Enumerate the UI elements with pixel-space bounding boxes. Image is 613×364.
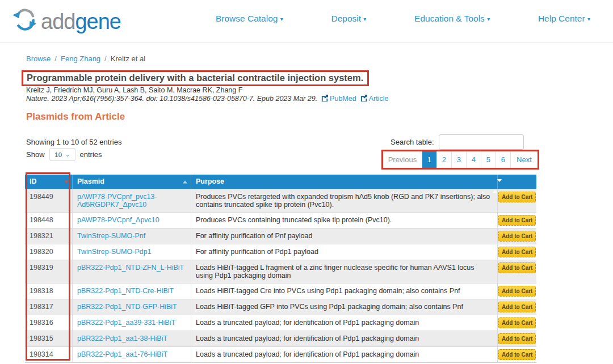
chevron-down-icon: ▾ [587,16,590,22]
article-citation: Nature. 2023 Apr;616(7956):357-364. doi:… [26,95,388,103]
cell-id: 198314 [25,347,73,362]
plasmid-link[interactable]: pBR322-Pdp1_NTD-ZFN_L-HiBiT [77,264,184,272]
showing-entries-text: Showing 1 to 10 of 52 entries [26,138,121,146]
cell-id: 198316 [25,315,73,331]
show-entries-control: Show 10⌄ entries [26,148,102,161]
external-link-icon [360,95,367,101]
table-row: 198314pBR322-Pdp1_aa1-76-HiBiTLoads a tr… [25,346,536,362]
show-label: Show [26,150,45,159]
pagination-next[interactable]: Next [511,151,538,168]
table-row: 198319pBR322-Pdp1_NTD-ZFN_L-HiBiTLoads H… [25,260,536,283]
plasmid-link[interactable]: pBR322-Pdp1_aa1-76-HiBiT [77,350,167,358]
add-to-cart-button[interactable]: Add to Cart [498,349,536,360]
sort-descending-icon [64,180,69,183]
table-row: 198316pBR322-Pdp1_aa39-331-HiBiTLoads a … [25,315,536,331]
site-header: addgene Browse Catalog ▾ Deposit ▾ Educa… [0,0,613,43]
nav-education-tools[interactable]: Education & Tools ▾ [414,14,490,24]
column-header-plasmid[interactable]: Plasmid [73,175,191,189]
plasmid-link[interactable]: TwinStrep-SUMO-Pnf [77,232,145,240]
table-row: 198315pBR322-Pdp1_aa1-38-HiBiTLoads a tr… [25,331,536,346]
nav-help-center[interactable]: Help Center ▾ [538,14,590,24]
breadcrumb-feng-zhang[interactable]: Feng Zhang [61,54,100,63]
table-body: 198449pAWP78-PVCpnf_pvc13-Ad5RGDPK7_Δpvc… [25,189,536,362]
pagination-page-2[interactable]: 2 [437,151,452,168]
cell-purpose: Loads a truncated payload; for identific… [191,347,498,362]
pagination-pages: 123456 [422,151,511,168]
addgene-logo-icon [11,7,37,36]
add-to-cart-button[interactable]: Add to Cart [498,263,536,273]
breadcrumb-browse[interactable]: Browse [26,54,51,63]
plasmids-section-heading: Plasmids from Article [26,111,125,122]
pagination-previous[interactable]: Previous [383,151,422,168]
search-table-label: Search table: [391,138,434,146]
cell-id: 198319 [25,260,73,283]
cell-id: 198317 [25,299,73,315]
pagination-page-4[interactable]: 4 [467,151,481,168]
cell-purpose: Loads HiBiT-tagged Cre into PVCs using P… [191,283,498,299]
pagination-page-1[interactable]: 1 [422,151,437,168]
add-to-cart-button[interactable]: Add to Cart [498,215,536,226]
cell-plasmid: TwinStrep-SUMO-Pdp1 [73,244,191,260]
add-to-cart-button[interactable]: Add to Cart [498,318,536,328]
plasmid-link[interactable]: pBR322-Pdp1_aa39-331-HiBiT [77,319,175,327]
plasmid-link[interactable]: pBR322-Pdp1_NTD-GFP-HiBiT [77,303,177,311]
column-header-id[interactable]: ID [25,175,73,189]
page-size-select[interactable]: 10⌄ [49,148,75,161]
cell-plasmid: pBR322-Pdp1_aa1-76-HiBiT [73,347,191,362]
plasmids-table: ID Plasmid Purpose 198449pAWP78-PVCpnf_p… [25,175,536,363]
add-to-cart-button[interactable]: Add to Cart [498,333,536,344]
cell-id: 198320 [25,244,73,260]
pubmed-link[interactable]: PubMed [317,95,356,103]
cell-plasmid: pAWP78-PVCpnf_Δpvc10 [73,213,191,228]
add-to-cart-button[interactable]: Add to Cart [498,302,536,312]
chevron-down-icon: ▾ [487,16,490,22]
plasmid-link[interactable]: pBR322-Pdp1_aa1-38-HiBiT [77,335,167,342]
page: addgene Browse Catalog ▾ Deposit ▾ Educa… [0,0,613,364]
external-link-icon [321,95,328,101]
plasmid-link[interactable]: pAWP78-PVCpnf_pvc13-Ad5RGDPK7_Δpvc10 [77,193,157,209]
search-table-control: Search table: [391,134,524,150]
cell-cart: Add to Cart [498,331,536,346]
main-nav: Browse Catalog ▾ Deposit ▾ Education & T… [216,14,590,24]
table-row: 198449pAWP78-PVCpnf_pvc13-Ad5RGDPK7_Δpvc… [25,189,536,212]
chevron-down-icon: ⌄ [65,152,70,158]
pagination-page-5[interactable]: 5 [481,151,496,168]
pagination-page-6[interactable]: 6 [496,151,511,168]
table-row: 198318pBR322-Pdp1_NTD-Cre-HiBiTLoads HiB… [25,283,536,299]
cell-purpose: Loads HiBiT-tagged GFP into PVCs using P… [191,299,498,315]
add-to-cart-button[interactable]: Add to Cart [498,192,536,202]
nav-browse-catalog[interactable]: Browse Catalog ▾ [216,14,283,24]
title-annotation-box: Programmable protein delivery with a bac… [22,70,369,86]
cell-id: 198449 [25,189,73,212]
plasmid-link[interactable]: TwinStrep-SUMO-Pdp1 [77,248,152,256]
entries-label: entries [80,150,102,159]
plasmid-link[interactable]: pBR322-Pdp1_NTD-Cre-HiBiT [77,287,174,295]
add-to-cart-button[interactable]: Add to Cart [498,286,536,297]
cell-purpose: Loads a truncated payload; for identific… [191,331,498,346]
logo-wordmark: addgene [41,11,121,32]
cell-cart: Add to Cart [498,283,536,299]
nav-deposit[interactable]: Deposit ▾ [331,14,366,24]
citation-text: Nature. 2023 Apr;616(7956):357-364. doi:… [26,95,317,103]
chevron-down-icon: ▾ [363,16,366,22]
cell-plasmid: pBR322-Pdp1_aa39-331-HiBiT [73,315,191,331]
breadcrumb: Browse/Feng Zhang/Kreitz et al [26,54,145,63]
cell-id: 198315 [25,331,73,346]
cell-id: 198318 [25,283,73,299]
page-title: Programmable protein delivery with a bac… [27,73,363,83]
pagination-page-3[interactable]: 3 [452,151,467,168]
search-input[interactable] [439,134,524,150]
add-to-cart-button[interactable]: Add to Cart [498,247,536,257]
article-link[interactable]: Article [356,95,389,103]
cell-plasmid: pBR322-Pdp1_NTD-GFP-HiBiT [73,299,191,315]
cell-cart: Add to Cart [498,213,536,228]
cell-plasmid: pBR322-Pdp1_aa1-38-HiBiT [73,331,191,346]
cell-purpose: Loads HiBiT-tagged L fragment of a zinc … [191,260,498,283]
addgene-logo[interactable]: addgene [11,7,121,36]
cell-purpose: For affinity purification of Pdp1 payloa… [191,244,498,260]
column-header-purpose[interactable]: Purpose [191,175,498,189]
add-to-cart-button[interactable]: Add to Cart [498,231,536,242]
cell-purpose: Produces PVCs containing truncated spike… [191,213,498,228]
article-authors: Kreitz J, Friedrich MJ, Guru A, Lash B, … [26,86,242,94]
plasmid-link[interactable]: pAWP78-PVCpnf_Δpvc10 [77,216,159,224]
